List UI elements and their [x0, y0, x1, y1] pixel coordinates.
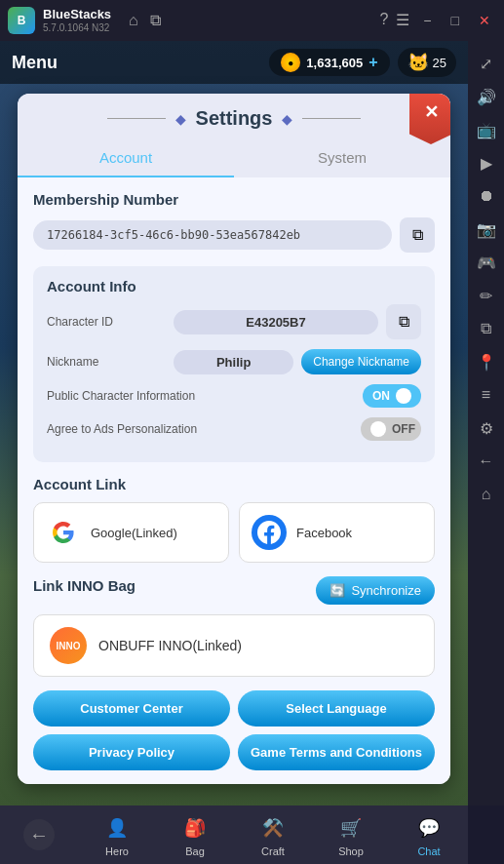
window-controls: ? ☰ − □ ✕ — [379, 11, 496, 30]
tab-account[interactable]: Account — [18, 139, 234, 177]
inno-card: INNO ONBUFF INNO(Linked) — [33, 614, 435, 677]
settings-panel: ✕ ◆ Settings ◆ Account System Membersh — [18, 94, 450, 784]
bluestacks-title: BlueStacks — [43, 7, 111, 22]
nav-chat[interactable]: 💬 Chat — [406, 808, 452, 861]
nickname-row: Nickname Philip Change Nickname — [47, 349, 421, 374]
inno-header: Link INNO Bag 🔄 Synchronize — [33, 576, 435, 605]
settings-title: Settings — [196, 107, 273, 130]
menu-label: Menu — [12, 53, 58, 73]
public-info-toggle[interactable]: ON — [363, 384, 421, 408]
nav-shop[interactable]: 🛒 Shop — [328, 808, 374, 861]
header-line-right — [302, 118, 361, 119]
google-link-card[interactable]: Google(Linked) — [33, 502, 229, 563]
coin-amount: 1,631,605 — [306, 56, 363, 70]
chat-icon: 💬 — [413, 812, 445, 844]
privacy-policy-button[interactable]: Privacy Policy — [33, 734, 230, 770]
record-icon[interactable]: ⏺ — [472, 181, 501, 211]
change-nickname-button[interactable]: Change Nickname — [301, 349, 421, 374]
back-icon[interactable]: ← — [472, 447, 501, 476]
edit-icon[interactable]: ✏ — [472, 281, 501, 310]
layers-icon[interactable]: ⧉ — [472, 314, 501, 343]
volume-icon[interactable]: 🔊 — [472, 82, 501, 111]
settings-content: Membership Number 17266184-3cf5-46c6-bb9… — [18, 177, 450, 784]
public-info-row: Public Character Information ON — [47, 384, 421, 408]
game-area: Menu ● 1,631,605 + 🐱 25 ✕ ◆ Settings ◆ — [0, 41, 468, 805]
settings-icon[interactable]: ⚙ — [472, 413, 501, 443]
copy-window-icon[interactable]: ⧉ — [150, 12, 161, 29]
nav-craft-label: Craft — [261, 845, 285, 857]
nav-chat-label: Chat — [417, 845, 440, 857]
shop-icon: 🛒 — [335, 812, 367, 844]
facebook-icon — [252, 515, 287, 550]
stack-icon[interactable]: ≡ — [472, 380, 501, 410]
close-ribbon-button[interactable]: ✕ — [409, 94, 450, 144]
google-link-label: Google(Linked) — [91, 526, 177, 540]
inno-avatar: INNO — [50, 627, 87, 664]
bag-icon: 🎒 — [179, 812, 211, 844]
close-button[interactable]: ✕ — [473, 11, 496, 30]
nickname-value: Philip — [174, 350, 293, 374]
coin-display: ● 1,631,605 + — [269, 49, 389, 76]
tabs-row: Account System — [18, 139, 450, 177]
nav-hero[interactable]: 👤 Hero — [94, 808, 140, 861]
home-icon[interactable]: ⌂ — [129, 12, 138, 29]
craft-icon: ⚒️ — [257, 812, 289, 844]
tab-system[interactable]: System — [234, 139, 450, 177]
gamepad-icon[interactable]: 🎮 — [472, 248, 501, 277]
select-language-button[interactable]: Select Language — [238, 690, 435, 727]
nickname-label: Nickname — [47, 355, 174, 369]
back-nav-icon: ← — [23, 819, 55, 850]
facebook-link-card[interactable]: Facebook — [239, 502, 435, 563]
header-line-left — [107, 118, 166, 119]
help-icon[interactable]: ? — [379, 11, 388, 30]
toggle-off-circle — [370, 421, 386, 437]
bluestacks-version: 5.7.0.1064 N32 — [43, 22, 111, 34]
diamond-left-icon: ◆ — [175, 111, 186, 127]
character-id-label: Character ID — [47, 315, 174, 329]
game-terms-button[interactable]: Game Terms and Conditions — [238, 734, 435, 770]
hamburger-icon[interactable]: ☰ — [396, 11, 409, 30]
ads-toggle[interactable]: OFF — [361, 417, 421, 441]
nav-craft[interactable]: ⚒️ Craft — [250, 808, 296, 861]
play-icon[interactable]: ▶ — [472, 148, 501, 177]
bluestacks-logo: B — [8, 7, 35, 34]
diamond-right-icon: ◆ — [282, 111, 292, 127]
maximize-button[interactable]: □ — [446, 11, 465, 30]
coin-plus-button[interactable]: + — [368, 54, 377, 71]
ads-row: Agree to Ads Personalization OFF — [47, 417, 421, 441]
settings-header: ◆ Settings ◆ — [18, 94, 450, 139]
customer-center-button[interactable]: Customer Center — [33, 690, 230, 727]
bottom-nav: ← 👤 Hero 🎒 Bag ⚒️ Craft 🛒 Shop 💬 Chat — [0, 805, 468, 864]
bluestacks-topbar: B BlueStacks 5.7.0.1064 N32 ⌂ ⧉ ? ☰ − □ … — [0, 0, 504, 41]
account-info-box: Account Info Character ID E43205B7 ⧉ Nic… — [33, 266, 435, 462]
hero-icon: 👤 — [101, 812, 133, 844]
camera-icon[interactable]: 📷 — [472, 215, 501, 244]
cat-display: 🐱 25 — [398, 48, 456, 77]
character-id-row: Character ID E43205B7 ⧉ — [47, 304, 421, 339]
nav-bag[interactable]: 🎒 Bag — [172, 808, 218, 861]
bs-nav-icons: ⌂ ⧉ — [129, 12, 161, 29]
membership-section-title: Membership Number — [33, 191, 435, 208]
sync-icon: 🔄 — [330, 583, 345, 598]
copy-character-id-button[interactable]: ⧉ — [386, 304, 421, 339]
synchronize-button[interactable]: 🔄 Synchronize — [316, 576, 435, 605]
google-icon — [46, 515, 81, 550]
screen-icon[interactable]: 📺 — [472, 115, 501, 144]
nav-shop-label: Shop — [338, 845, 364, 857]
nav-home-icon[interactable]: ⌂ — [472, 480, 501, 509]
nav-hero-label: Hero — [105, 845, 129, 857]
toggle-on-text: ON — [372, 389, 390, 403]
nav-back-button[interactable]: ← — [16, 815, 62, 854]
account-links-row: Google(Linked) Facebook — [33, 502, 435, 563]
inno-section-title: Link INNO Bag — [33, 577, 136, 594]
location-icon[interactable]: 📍 — [472, 347, 501, 376]
right-sidebar: ⤢ 🔊 📺 ▶ ⏺ 📷 🎮 ✏ ⧉ 📍 ≡ ⚙ ← ⌂ — [468, 41, 504, 805]
expand-icon[interactable]: ⤢ — [472, 49, 501, 78]
minimize-button[interactable]: − — [417, 11, 437, 30]
cat-icon: 🐱 — [407, 52, 429, 73]
membership-row: 17266184-3cf5-46c6-bb90-53ea567842eb ⧉ — [33, 217, 435, 253]
membership-id-value: 17266184-3cf5-46c6-bb90-53ea567842eb — [33, 220, 392, 250]
character-id-value: E43205B7 — [174, 310, 378, 334]
inno-linked-label: ONBUFF INNO(Linked) — [98, 638, 242, 653]
copy-membership-button[interactable]: ⧉ — [400, 217, 435, 253]
